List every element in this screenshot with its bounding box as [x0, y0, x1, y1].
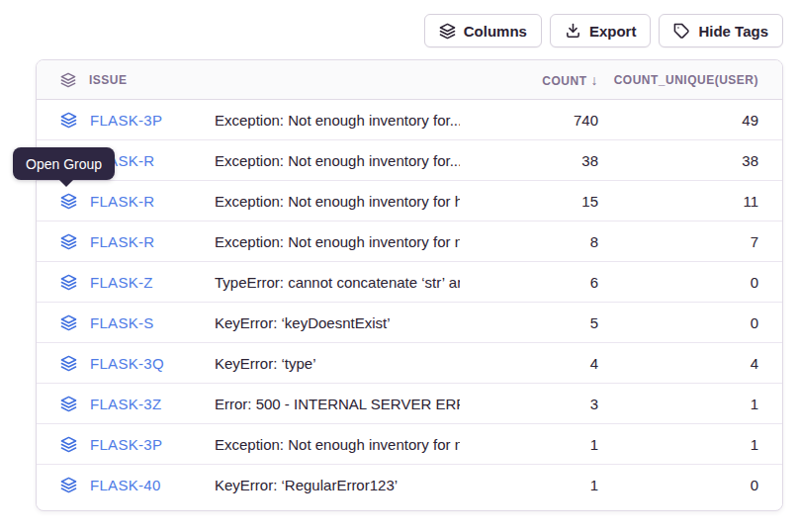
count-unique-value: 7	[598, 233, 782, 250]
issue-title: Exception: Not enough inventory for h...	[215, 193, 460, 210]
issue-title: KeyError: ‘type’	[215, 355, 460, 372]
issue-title: KeyError: ‘RegularError123’	[215, 477, 460, 493]
issue-link[interactable]: FLASK-R	[90, 233, 154, 250]
layers-icon	[60, 274, 77, 291]
count-value: 1	[460, 477, 598, 493]
issue-title: Exception: Not enough inventory for...	[215, 112, 460, 129]
layers-icon	[60, 233, 77, 250]
count-value: 4	[460, 355, 598, 372]
layers-icon	[439, 23, 456, 40]
count-unique-value: 0	[598, 477, 782, 493]
table-row: FLASK-R Exception: Not enough inventory …	[37, 222, 782, 262]
count-value: 5	[460, 314, 598, 331]
column-header-issue[interactable]: ISSUE	[37, 72, 215, 88]
issues-table: ISSUE COUNT↓ COUNT_UNIQUE(USER) FLASK-3P…	[36, 59, 783, 511]
count-value: 740	[460, 112, 598, 129]
table-row: FLASK-3Z Error: 500 - INTERNAL SERVER ER…	[37, 384, 782, 424]
export-button[interactable]: Export	[550, 14, 652, 47]
table-row: FLASK-3Q KeyError: ‘type’ 4 4	[37, 343, 782, 384]
table-row: FLASK-R Exception: Not enough inventory …	[37, 140, 782, 181]
table-header: ISSUE COUNT↓ COUNT_UNIQUE(USER)	[37, 60, 782, 100]
count-unique-value: 38	[598, 152, 782, 169]
issue-title: TypeError: cannot concatenate ‘str’ an..…	[215, 274, 460, 291]
table-row: FLASK-Z TypeError: cannot concatenate ‘s…	[37, 262, 782, 303]
table-row: FLASK-R Exception: Not enough inventory …	[37, 181, 782, 222]
count-unique-value: 4	[598, 355, 782, 372]
count-value: 6	[460, 274, 598, 291]
issue-title: Exception: Not enough inventory for n...	[215, 436, 460, 453]
column-header-count-label: COUNT	[542, 74, 586, 88]
layers-icon	[60, 436, 77, 453]
issue-title: Exception: Not enough inventory for n...	[215, 233, 460, 250]
issue-link[interactable]: FLASK-40	[90, 477, 161, 493]
issue-link[interactable]: FLASK-R	[90, 193, 154, 210]
open-group-tooltip-label: Open Group	[26, 156, 102, 172]
layers-icon	[60, 355, 77, 372]
export-button-label: Export	[589, 23, 637, 40]
count-unique-value: 0	[598, 314, 782, 331]
column-header-count-unique[interactable]: COUNT_UNIQUE(USER)	[598, 73, 782, 87]
layers-icon	[60, 112, 77, 129]
table-row: FLASK-3P Exception: Not enough inventory…	[37, 100, 782, 140]
layers-icon	[60, 477, 77, 493]
column-header-issue-label: ISSUE	[89, 73, 128, 87]
layers-icon	[60, 314, 77, 331]
table-row: FLASK-40 KeyError: ‘RegularError123’ 1 0	[37, 465, 782, 505]
table-row: FLASK-S KeyError: ‘keyDoesntExist’ 5 0	[37, 303, 782, 343]
tag-icon	[673, 23, 690, 40]
hide-tags-button-label: Hide Tags	[698, 23, 768, 40]
columns-button-label: Columns	[464, 23, 527, 40]
download-icon	[565, 23, 581, 40]
count-unique-value: 11	[598, 193, 782, 210]
count-value: 1	[460, 436, 598, 453]
hide-tags-button[interactable]: Hide Tags	[659, 14, 783, 47]
count-value: 38	[460, 152, 598, 169]
count-unique-value: 49	[598, 112, 782, 129]
table-row: FLASK-3P Exception: Not enough inventory…	[37, 424, 782, 465]
issue-link[interactable]: FLASK-3Q	[90, 355, 164, 372]
issue-link[interactable]: FLASK-3P	[90, 436, 162, 453]
issue-link[interactable]: FLASK-Z	[90, 274, 153, 291]
count-unique-value: 0	[598, 274, 782, 291]
issue-link[interactable]: FLASK-3P	[90, 112, 162, 129]
count-unique-value: 1	[598, 396, 782, 412]
layers-icon	[60, 396, 77, 412]
column-header-count-unique-label: COUNT_UNIQUE(USER)	[614, 73, 758, 87]
layers-icon	[60, 193, 77, 210]
issue-link[interactable]: FLASK-3Z	[90, 396, 161, 412]
table-body: FLASK-3P Exception: Not enough inventory…	[37, 100, 782, 505]
columns-button[interactable]: Columns	[424, 14, 542, 47]
open-group-tooltip: Open Group	[13, 147, 115, 180]
issue-title: KeyError: ‘keyDoesntExist’	[215, 314, 460, 331]
column-header-count[interactable]: COUNT↓	[460, 72, 598, 88]
issue-title: Error: 500 - INTERNAL SERVER ERROR	[215, 396, 460, 412]
count-value: 8	[460, 233, 598, 250]
issue-title: Exception: Not enough inventory for...	[215, 152, 460, 169]
toolbar: Columns Export Hide Tags	[424, 14, 783, 47]
count-value: 3	[460, 396, 598, 412]
count-unique-value: 1	[598, 436, 782, 453]
issue-link[interactable]: FLASK-S	[90, 314, 154, 331]
count-value: 15	[460, 193, 598, 210]
layers-icon	[60, 72, 76, 88]
sort-desc-icon: ↓	[591, 72, 599, 88]
